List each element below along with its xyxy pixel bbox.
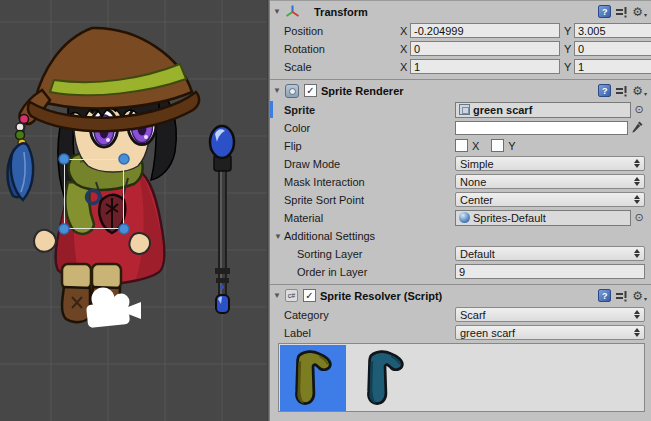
field-label: Flip (270, 140, 455, 152)
sprite-object-field[interactable]: green scarf (455, 102, 631, 118)
object-picker-icon[interactable]: ⊙ (633, 211, 645, 224)
field-label: Sprite Sort Point (270, 194, 455, 206)
component-title: Sprite Renderer (321, 85, 404, 97)
dropdown-value: Scarf (460, 309, 486, 321)
additional-settings-foldout[interactable]: ▼ Additional Settings (270, 228, 651, 244)
scale-y-input[interactable] (574, 59, 651, 74)
field-label: Label (270, 327, 455, 339)
dropdown-value: green scarf (460, 327, 515, 339)
axis-y-label: Y (564, 25, 574, 37)
sprite-renderer-icon (285, 84, 299, 98)
flip-row: Flip X Y (270, 137, 651, 154)
sprite-renderer-header[interactable]: ▼ ✓ Sprite Renderer ? ⚙▾ (270, 82, 651, 99)
position-y-input[interactable] (574, 23, 651, 38)
eyedropper-icon[interactable] (631, 120, 645, 136)
field-label: Sorting Layer (270, 248, 455, 260)
flip-y-checkbox[interactable] (491, 139, 504, 152)
material-object-name: Sprites-Default (473, 212, 546, 224)
field-label: Order in Layer (270, 266, 455, 278)
scene-staff-prop[interactable] (210, 126, 234, 313)
help-icon[interactable]: ? (598, 5, 611, 18)
dropdown-arrows-icon (634, 159, 640, 168)
draw-mode-row: Draw Mode Simple (270, 155, 651, 172)
label-dropdown[interactable]: green scarf (455, 325, 645, 340)
presets-icon[interactable] (615, 85, 628, 97)
category-dropdown[interactable]: Scarf (455, 307, 645, 322)
foldout-triangle-icon[interactable]: ▼ (273, 7, 284, 16)
sprite-variant-green-scarf[interactable] (280, 345, 346, 411)
field-label: Mask Interaction (270, 176, 455, 188)
rotation-y-input[interactable] (574, 41, 651, 56)
sprite-sort-point-row: Sprite Sort Point Center (270, 191, 651, 208)
blue-scarf-thumbnail (355, 348, 415, 408)
dropdown-value: None (460, 176, 486, 188)
mask-interaction-row: Mask Interaction None (270, 173, 651, 190)
transform-component: ▼ Transform ? (270, 0, 651, 79)
dropdown-arrows-icon (634, 249, 640, 258)
scene-canvas[interactable] (0, 0, 267, 421)
sprite-renderer-component: ▼ ✓ Sprite Renderer ? ⚙▾ S (270, 79, 651, 284)
field-label: Color (270, 122, 455, 134)
object-picker-icon[interactable]: ⊙ (633, 103, 645, 116)
draw-mode-dropdown[interactable]: Simple (455, 156, 645, 171)
hat-feather (7, 143, 33, 200)
axis-x-label: X (400, 61, 410, 73)
position-x-input[interactable] (410, 23, 560, 38)
sprite-object-name: green scarf (473, 104, 532, 116)
flip-x-checkbox[interactable] (455, 139, 468, 152)
presets-icon[interactable] (615, 6, 628, 18)
gear-icon[interactable]: ⚙▾ (632, 6, 647, 18)
sprite-variant-blue-scarf[interactable] (352, 345, 418, 411)
transform-icon (285, 4, 300, 20)
foldout-triangle-icon[interactable]: ▼ (274, 232, 284, 241)
material-object-field[interactable]: Sprites-Default (455, 210, 631, 226)
axis-y-label: Y (564, 43, 574, 55)
category-row: Category Scarf (270, 306, 651, 323)
dropdown-value: Default (460, 248, 495, 260)
color-swatch[interactable] (455, 121, 628, 135)
help-icon[interactable]: ? (598, 84, 611, 97)
sprite-resolver-component: ▼ c# ✓ Sprite Resolver (Script) ? ⚙▾ (270, 284, 651, 415)
scene-character[interactable] (7, 28, 199, 322)
material-row: Material Sprites-Default ⊙ (270, 209, 651, 226)
order-in-layer-input[interactable] (455, 264, 645, 279)
rotation-row: Rotation X Y Z (270, 40, 651, 57)
component-enabled-checkbox[interactable]: ✓ (304, 84, 317, 97)
dropdown-value: Simple (460, 158, 494, 170)
component-enabled-checkbox[interactable]: ✓ (303, 289, 316, 302)
scene-view[interactable] (0, 0, 267, 421)
material-sphere-icon (459, 212, 470, 223)
foldout-triangle-icon[interactable]: ▼ (273, 86, 284, 95)
sprite-resolver-header[interactable]: ▼ c# ✓ Sprite Resolver (Script) ? ⚙▾ (270, 287, 651, 304)
component-title: Sprite Resolver (Script) (320, 290, 442, 302)
sprite-sort-point-dropdown[interactable]: Center (455, 192, 645, 207)
hat-beads (16, 115, 29, 148)
help-icon[interactable]: ? (598, 289, 611, 302)
dropdown-value: Center (460, 194, 493, 206)
dropdown-arrows-icon (634, 328, 640, 337)
foldout-triangle-icon[interactable]: ▼ (273, 291, 284, 300)
rotation-x-input[interactable] (410, 41, 560, 56)
scale-row: Scale X Y Z (270, 58, 651, 75)
dropdown-arrows-icon (634, 177, 640, 186)
transform-header[interactable]: ▼ Transform ? (270, 3, 651, 20)
scale-x-input[interactable] (410, 59, 560, 74)
sprite-row: Sprite green scarf ⊙ (270, 101, 651, 118)
csharp-script-icon: c# (285, 289, 298, 302)
sorting-layer-dropdown[interactable]: Default (455, 246, 645, 261)
gear-icon[interactable]: ⚙▾ (632, 85, 647, 97)
presets-icon[interactable] (615, 290, 628, 302)
dropdown-arrows-icon (634, 310, 640, 319)
field-label: Scale (270, 61, 400, 73)
additional-settings-label: Additional Settings (284, 230, 375, 242)
field-label: Draw Mode (270, 158, 455, 170)
field-label: Sprite (270, 104, 455, 116)
axis-y-label: Y (564, 61, 574, 73)
dropdown-arrows-icon (634, 195, 640, 204)
gear-icon[interactable]: ⚙▾ (632, 290, 647, 302)
green-scarf-thumbnail (283, 348, 343, 408)
label-row: Label green scarf (270, 324, 651, 341)
field-label: Position (270, 25, 400, 37)
mask-interaction-dropdown[interactable]: None (455, 174, 645, 189)
sorting-layer-row: Sorting Layer Default (270, 245, 651, 262)
